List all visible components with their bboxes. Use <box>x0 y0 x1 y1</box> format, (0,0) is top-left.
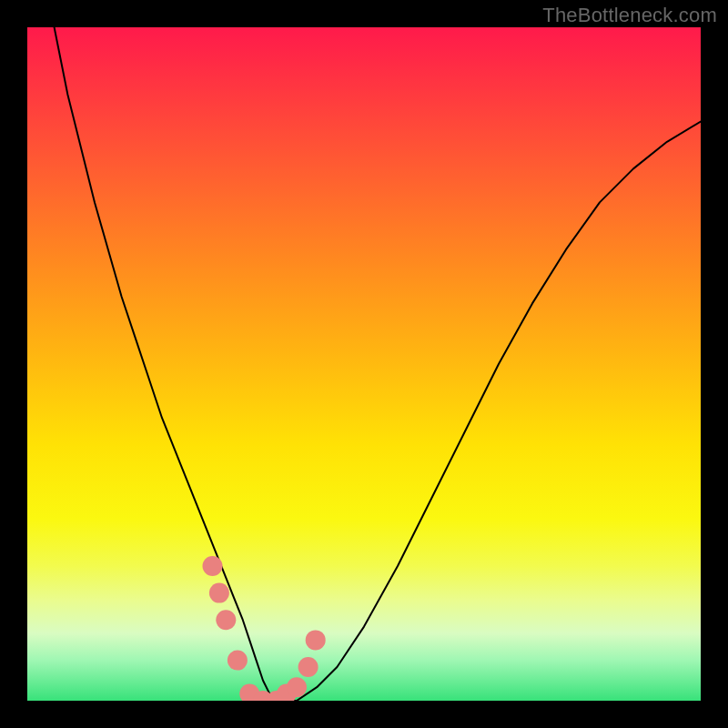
highlight-dot <box>228 651 248 671</box>
highlight-dot <box>298 657 318 677</box>
highlight-dot <box>287 677 307 697</box>
curve-svg <box>27 27 701 701</box>
highlight-dot <box>209 583 229 603</box>
highlight-dot <box>203 556 223 576</box>
plot-area <box>27 27 701 701</box>
highlight-dot <box>216 610 236 630</box>
highlight-dot <box>306 630 326 650</box>
chart-frame: TheBottleneck.com <box>0 0 728 728</box>
bottleneck-curve-path <box>55 27 701 701</box>
watermark-text: TheBottleneck.com <box>542 4 717 27</box>
highlight-dots-group <box>203 556 326 701</box>
bottleneck-curve-line <box>55 27 701 701</box>
